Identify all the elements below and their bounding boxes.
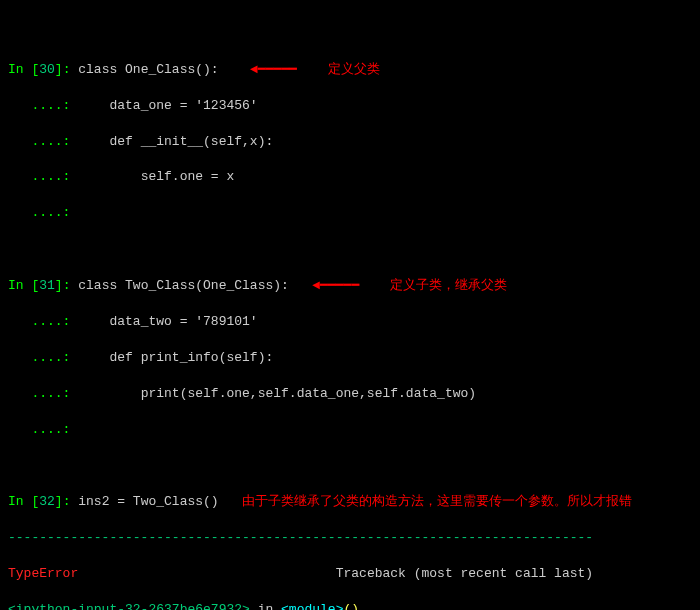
cell-31-line3: ....: def print_info(self): [8, 349, 692, 367]
cell-30-line2: ....: data_one = '123456' [8, 97, 692, 115]
annotation-define-parent: 定义父类 [328, 61, 380, 76]
annotation-define-child: 定义子类，继承父类 [390, 277, 507, 292]
arrow-icon: ◄━━━━━ [312, 278, 359, 293]
cell-31-line5: ....: [8, 421, 692, 439]
cell-31-line2: ....: data_two = '789101' [8, 313, 692, 331]
annotation-error-reason: 由于子类继承了父类的构造方法，这里需要传一个参数。所以才报错 [242, 493, 632, 508]
error-source: <ipython-input-32-2637be6e7932> in <modu… [8, 601, 692, 610]
error-separator: ----------------------------------------… [8, 529, 692, 547]
error-header: TypeError Traceback (most recent call la… [8, 565, 692, 583]
cell-32: In [32]: ins2 = Two_Class() 由于子类继承了父类的构造… [8, 492, 692, 511]
cell-30-line3: ....: def __init__(self,x): [8, 133, 692, 151]
cell-30-line5: ....: [8, 204, 692, 222]
cell-31-line1: In [31]: class Two_Class(One_Class): ◄━━… [8, 276, 692, 295]
cell-30-line1: In [30]: class One_Class(): ◄━━━━━ 定义父类 [8, 60, 692, 79]
cell-31-line4: ....: print(self.one,self.data_one,self.… [8, 385, 692, 403]
cell-30-line4: ....: self.one = x [8, 168, 692, 186]
arrow-icon: ◄━━━━━ [250, 62, 297, 77]
